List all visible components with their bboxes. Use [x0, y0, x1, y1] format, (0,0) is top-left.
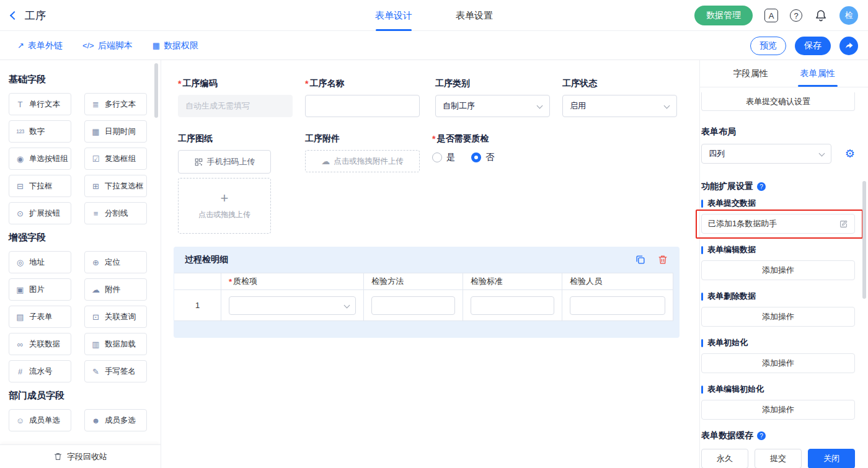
- subtable-cell: [463, 290, 562, 321]
- field-item-label: 成员单选: [29, 415, 60, 426]
- prop-section-title: 表单编辑初始化: [707, 384, 764, 395]
- toolbar-link-data-permission[interactable]: ▦数据权限: [153, 40, 198, 51]
- field-item-checkbox-group[interactable]: ☑复选框组: [84, 148, 147, 170]
- properties-scrollbar[interactable]: [862, 181, 866, 299]
- quality-item-select[interactable]: [229, 296, 356, 315]
- cache-option-permanent[interactable]: 永久: [701, 449, 748, 468]
- subtable-column-header: *质检项: [221, 273, 364, 290]
- subtable-title: 过程检明细: [185, 254, 228, 265]
- field-process-name[interactable]: *工序名称: [305, 78, 420, 117]
- save-button[interactable]: 保存: [795, 37, 831, 55]
- required-mark: *: [229, 277, 232, 286]
- field-item-radio-group[interactable]: ◉单选按钮组: [9, 148, 71, 170]
- edit-icon[interactable]: [839, 219, 848, 229]
- help-icon[interactable]: ?: [757, 431, 766, 440]
- field-item-member-single[interactable]: ☺成员单选: [9, 409, 71, 431]
- tab-form-settings[interactable]: 表单设置: [456, 0, 493, 31]
- field-process-category[interactable]: 工序类别 自制工序: [435, 78, 550, 117]
- app-root: 工序 表单设计 表单设置 数据管理 A ? 检 ↗表单外链</>后端脚本▦数据权…: [0, 0, 868, 468]
- data-assistant-box[interactable]: 已添加1条数据助手: [701, 214, 855, 234]
- field-item-member-multi[interactable]: ☻成员多选: [84, 409, 147, 431]
- cell-text-input[interactable]: [371, 296, 455, 315]
- field-item-single-line-text[interactable]: T单行文本: [9, 93, 71, 115]
- phone-scan-upload-button[interactable]: 手机扫码上传: [178, 150, 271, 174]
- field-item-multi-line-text[interactable]: ≣多行文本: [84, 93, 147, 115]
- required-mark: *: [432, 134, 435, 144]
- copy-icon[interactable]: [635, 254, 646, 265]
- field-process-status[interactable]: 工序状态 启用: [562, 78, 677, 117]
- single-line-text-icon: T: [15, 100, 25, 109]
- sidebar-scrollbar[interactable]: [154, 63, 158, 118]
- gear-icon[interactable]: ⚙: [845, 148, 855, 159]
- field-item-select[interactable]: ⊟下拉框: [9, 175, 71, 197]
- cache-option-close[interactable]: 关闭: [808, 449, 855, 468]
- add-operation-button[interactable]: 添加操作: [701, 353, 855, 373]
- field-item-location[interactable]: ⊕定位: [84, 251, 147, 273]
- prop-section-title: 表单编辑数据: [707, 244, 756, 255]
- field-item-serial-number[interactable]: #流水号: [9, 360, 71, 382]
- select-value: 启用: [570, 100, 586, 112]
- radio-option-no[interactable]: 否: [471, 152, 494, 163]
- field-item-image[interactable]: ▣图片: [9, 278, 71, 301]
- help-icon[interactable]: ?: [790, 9, 802, 22]
- layout-select[interactable]: 四列: [701, 144, 831, 164]
- submit-confirm-settings-button[interactable]: 表单提交确认设置: [701, 92, 855, 111]
- cache-buttons: 永久提交关闭: [701, 449, 856, 468]
- tab-form-design[interactable]: 表单设计: [375, 0, 412, 31]
- subtable-cell: [364, 290, 463, 321]
- add-operation-button[interactable]: 添加操作: [701, 400, 855, 420]
- drag-upload-area[interactable]: + 点击或拖拽上传: [178, 178, 271, 234]
- tab-form-properties[interactable]: 表单属性: [800, 60, 835, 87]
- radio-option-yes[interactable]: 是: [432, 152, 455, 163]
- toolbar-link-form-external-link[interactable]: ↗表单外链: [17, 40, 63, 51]
- tab-field-properties[interactable]: 字段属性: [733, 60, 768, 87]
- cell-text-input[interactable]: [471, 296, 554, 315]
- field-item-data-load[interactable]: ▥数据加载: [84, 333, 147, 355]
- share-button[interactable]: [839, 37, 858, 55]
- field-item-linked-data[interactable]: ∞关联数据: [9, 333, 71, 355]
- required-mark: *: [178, 79, 181, 89]
- field-item-datetime[interactable]: ▦日期时间: [84, 120, 147, 143]
- add-operation-button[interactable]: 添加操作: [701, 260, 855, 280]
- field-process-code[interactable]: *工序编码 自动生成无需填写: [178, 78, 293, 117]
- field-item-number[interactable]: 123数字: [9, 120, 71, 143]
- field-item-address[interactable]: ◎地址: [9, 251, 71, 273]
- process-status-select[interactable]: 启用: [562, 95, 677, 117]
- process-inspection-subtable[interactable]: 过程检明细 *质检项检验方法检验标准检验人员 1: [174, 247, 680, 338]
- multi-line-text-icon: ≣: [91, 100, 101, 109]
- avatar[interactable]: 检: [839, 6, 858, 25]
- recycle-bin-icon: [53, 452, 63, 461]
- toolbar-link-backend-script[interactable]: </>后端脚本: [82, 40, 133, 51]
- preview-button[interactable]: 预览: [750, 37, 786, 55]
- language-icon[interactable]: A: [764, 9, 778, 22]
- process-category-select[interactable]: 自制工序: [435, 95, 550, 117]
- prop-section-label: 表单编辑初始化: [701, 384, 856, 395]
- process-name-input[interactable]: [305, 95, 420, 117]
- share-icon: [844, 41, 854, 50]
- data-manage-button[interactable]: 数据管理: [694, 6, 753, 25]
- cache-option-submit[interactable]: 提交: [755, 449, 802, 468]
- attachment-upload-area[interactable]: ☁ 点击或拖拽附件上传: [305, 150, 420, 172]
- prop-section-form-init: 表单初始化添加操作: [701, 337, 856, 373]
- number-icon: 123: [15, 128, 25, 135]
- bell-icon[interactable]: [814, 9, 828, 22]
- trash-icon[interactable]: [657, 254, 668, 265]
- cell-text-input[interactable]: [570, 296, 665, 315]
- field-item-extend-button[interactable]: ⊙扩展按钮: [9, 202, 71, 224]
- scan-upload-label: 手机扫码上传: [207, 156, 255, 167]
- field-need-inspection[interactable]: *是否需要质检 是 否: [432, 133, 581, 163]
- field-process-attachment[interactable]: 工序附件 ☁ 点击或拖拽附件上传: [305, 133, 420, 172]
- field-item-signature[interactable]: ✎手写签名: [84, 360, 147, 382]
- field-item-linked-query[interactable]: ⊡关联查询: [84, 306, 147, 328]
- add-operation-button[interactable]: 添加操作: [701, 307, 855, 327]
- field-item-subform[interactable]: ▤子表单: [9, 306, 71, 328]
- field-item-label: 附件: [105, 285, 120, 295]
- field-item-attachment[interactable]: ☁附件: [84, 278, 147, 301]
- field-item-divider[interactable]: ≡分割线: [84, 202, 147, 224]
- help-icon[interactable]: ?: [757, 182, 766, 191]
- field-recycle-bin[interactable]: 字段回收站: [0, 444, 161, 468]
- prop-section-label: 表单删除数据: [701, 291, 856, 302]
- field-process-drawing[interactable]: 工序图纸 手机扫码上传 + 点击或拖拽上传: [178, 133, 293, 234]
- column-label: 质检项: [233, 276, 257, 287]
- field-item-multi-select[interactable]: ⊞下拉复选框: [84, 175, 147, 197]
